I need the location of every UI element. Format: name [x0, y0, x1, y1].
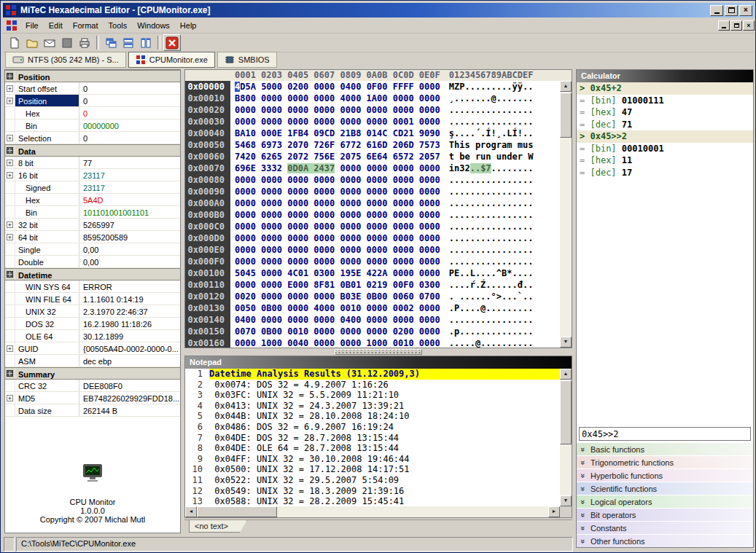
property-row-hex[interactable]: Hex0 — [5, 107, 180, 119]
hex-ascii[interactable]: ................ — [449, 244, 534, 256]
hex-row-0x00010[interactable]: 0x00010B800 0000 0000 0000 4000 1A00 000… — [185, 93, 572, 104]
hex-row-0x00050[interactable]: 0x000505468 6973 2070 726F 6772 616D 206… — [185, 139, 572, 151]
notepad-line-6[interactable]: 6 0x0486: DOS 32 = 6.9.2007 16:19:24 — [185, 422, 560, 433]
property-row-data-size[interactable]: Data size262144 B — [5, 404, 180, 417]
scroll-thumb[interactable] — [560, 93, 572, 138]
property-row-start-offset[interactable]: +Start offset0 — [5, 82, 180, 95]
property-row-16-bit[interactable]: +16 bit23117 — [5, 169, 180, 181]
property-row-double[interactable]: Double0,00 — [5, 256, 180, 268]
property-row-bin[interactable]: Bin101101001001101 — [5, 206, 180, 219]
menu-windows[interactable]: Windows — [132, 20, 175, 31]
hex-row-0x000B0[interactable]: 0x000B00000 0000 0000 0000 0000 0000 000… — [185, 209, 572, 221]
property-section-datetime[interactable]: Datetime — [5, 268, 180, 281]
property-section-position[interactable]: Position — [5, 70, 180, 82]
hex-bytes[interactable]: BA10 000E 1FB4 09CD 21B8 014C CD21 9090 — [230, 128, 440, 139]
expander-icon[interactable]: + — [5, 219, 15, 230]
hex-row-0x000F0[interactable]: 0x000F00000 0000 0000 0000 0000 0000 000… — [185, 256, 572, 267]
property-row-64-bit[interactable]: +64 bit8595200589 — [5, 231, 180, 243]
notepad-line-9[interactable]: 9 0x04FF: UNIX 32 = 30.10.2008 19:46:44 — [185, 454, 560, 465]
notepad-line-4[interactable]: 4 0x0413: UNIX 32 = 24.3.2007 13:39:21 — [185, 401, 560, 412]
tile-horizontal-button[interactable] — [120, 34, 137, 51]
menu-edit[interactable]: Edit — [44, 20, 68, 31]
hex-ascii[interactable]: ................ — [449, 104, 534, 116]
expander-icon[interactable]: + — [5, 231, 15, 243]
property-row-ole-64[interactable]: OLE 6430.12.1899 — [5, 330, 180, 342]
scroll-right-icon[interactable]: ► — [548, 506, 560, 517]
calc-category-basic-functions[interactable]: »Basic functions — [577, 442, 753, 455]
hex-ascii[interactable]: ................ — [449, 221, 534, 232]
notepad-line-5[interactable]: 5 0x044B: UNIX 32 = 28.10.2008 18:24:10 — [185, 411, 560, 422]
calc-result[interactable]: = [dec] 17 — [577, 167, 753, 179]
menu-format[interactable]: Format — [68, 20, 104, 31]
hex-ascii[interactable]: ................ — [449, 116, 534, 128]
calc-result[interactable]: = [hex] 47 — [577, 106, 753, 119]
hex-ascii[interactable]: ş....´.Í!¸.LÍ!.. — [449, 128, 534, 139]
hex-bytes[interactable]: 0000 0000 0000 0000 0000 0000 0001 0000 — [230, 116, 440, 128]
hex-bytes[interactable]: 5045 0000 4C01 0300 195E 422A 0000 0000 — [230, 267, 440, 279]
hex-bytes[interactable]: 0000 1000 0040 0000 0000 1000 0010 0000 — [230, 337, 440, 348]
hex-row-0x00020[interactable]: 0x000200000 0000 0000 0000 0000 0000 000… — [185, 104, 572, 116]
hex-row-0x000C0[interactable]: 0x000C00000 0000 0000 0000 0000 0000 000… — [185, 221, 572, 232]
scroll-down-icon[interactable]: ▼ — [560, 495, 572, 506]
notepad-hscrollbar[interactable]: ◄ ► — [185, 506, 560, 517]
hex-bytes[interactable]: 5468 6973 2070 726F 6772 616D 206D 7573 — [230, 139, 440, 151]
cascade-windows-button[interactable] — [102, 34, 120, 51]
hex-bytes[interactable]: 0400 0000 0000 0000 0400 0000 0000 0000 — [230, 314, 440, 326]
hex-row-0x000A0[interactable]: 0x000A00000 0000 0000 0000 0000 0000 000… — [185, 197, 572, 209]
hex-bytes[interactable]: 0000 0000 0000 0000 0000 0000 0000 0000 — [230, 244, 440, 256]
new-file-button[interactable] — [6, 34, 23, 51]
scroll-up-icon[interactable]: ▲ — [560, 369, 572, 380]
hex-row-0x00040[interactable]: 0x00040BA10 000E 1FB4 09CD 21B8 014C CD2… — [185, 128, 572, 139]
mdi-minimize-button[interactable] — [718, 20, 730, 31]
hex-ascii[interactable]: ....ŕ.Ź......đ.. — [449, 279, 534, 291]
scroll-left-icon[interactable]: ◄ — [185, 506, 197, 517]
hex-bytes[interactable]: 696E 3332 0D0A 2437 0000 0000 0000 0000 — [230, 162, 440, 174]
hex-row-0x00150[interactable]: 0x001500070 0B00 0010 0000 0000 0000 020… — [185, 326, 572, 337]
hex-row-0x00000[interactable]: 0x000004D5A 5000 0200 0000 0400 0F00 FFF… — [185, 81, 572, 93]
expander-icon[interactable]: + — [5, 132, 15, 144]
notepad-line-7[interactable]: 7 0x04DE: DOS 32 = 28.7.2008 13:15:44 — [185, 433, 560, 444]
hex-row-0x00160[interactable]: 0x001600000 1000 0040 0000 0000 1000 001… — [185, 337, 572, 348]
property-row-signed[interactable]: Signed23117 — [5, 181, 180, 194]
hex-bytes[interactable]: 4D5A 5000 0200 0000 0400 0F00 FFFF 0000 — [230, 81, 440, 93]
property-row-win-sys-64[interactable]: WIN SYS 64ERROR — [5, 281, 180, 293]
hex-row-0x00140[interactable]: 0x001400400 0000 0000 0000 0400 0000 000… — [185, 314, 572, 326]
open-file-button[interactable] — [23, 34, 41, 51]
hex-bytes[interactable]: 0000 0000 0000 0000 0000 0000 0000 0000 — [230, 104, 440, 116]
scroll-up-icon[interactable]: ▲ — [560, 81, 572, 92]
property-row-crc-32[interactable]: CRC 32DEE808F0 — [5, 380, 180, 392]
calc-category-bit-operators[interactable]: »Bit operators — [577, 508, 753, 521]
print-button[interactable] — [76, 34, 93, 51]
hex-row-0x00090[interactable]: 0x000900000 0000 0000 0000 0000 0000 000… — [185, 186, 572, 197]
hex-bytes[interactable]: 0050 0B00 0000 4000 0010 0000 0002 0000 — [230, 302, 440, 314]
tile-vertical-button[interactable] — [137, 34, 155, 51]
expander-icon[interactable]: + — [5, 82, 15, 94]
mdi-restore-button[interactable] — [730, 20, 742, 31]
calculator-input[interactable] — [579, 427, 751, 441]
expander-icon[interactable]: + — [5, 157, 15, 168]
hex-vscrollbar[interactable]: ▲ ▼ — [560, 81, 572, 348]
calc-result[interactable]: = [hex] 11 — [577, 154, 753, 167]
notepad-line-2[interactable]: 2 0x0074: DOS 32 = 4.9.2007 1:16:26 — [185, 380, 560, 391]
expander-icon[interactable]: + — [5, 95, 15, 106]
scroll-down-icon[interactable]: ▼ — [560, 337, 572, 348]
calc-query[interactable]: > 0x45+2 — [577, 82, 753, 95]
hex-ascii[interactable]: ................ — [449, 209, 534, 221]
hex-ascii[interactable]: MZP.........ÿÿ.. — [449, 81, 534, 93]
calc-category-other-functions[interactable]: »Other functions — [577, 534, 753, 547]
hex-ascii[interactable]: .p.............. — [449, 326, 534, 337]
calc-query[interactable]: > 0x45>>2 — [577, 130, 753, 143]
close-button[interactable]: × — [739, 5, 752, 16]
hex-row-0x00030[interactable]: 0x000300000 0000 0000 0000 0000 0000 000… — [185, 116, 572, 128]
property-row-md5[interactable]: +MD5EB748226029929FDD18... — [5, 392, 180, 404]
property-row-asm[interactable]: ASMdec ebp — [5, 355, 180, 367]
menu-tools[interactable]: Tools — [104, 20, 133, 31]
maximize-button[interactable] — [725, 5, 738, 16]
hex-bytes[interactable]: B800 0000 0000 0000 4000 1A00 0000 0000 — [230, 93, 440, 104]
property-row-32-bit[interactable]: +32 bit5265997 — [5, 219, 180, 231]
title-bar[interactable]: MiTeC Hexadecimal Editor - [CPUMonitor.e… — [3, 3, 755, 17]
hex-ascii[interactable]: PE..L....^B*.... — [449, 267, 534, 279]
hex-row-0x000D0[interactable]: 0x000D00000 0000 0000 0000 0000 0000 000… — [185, 232, 572, 244]
calc-category-logical-operators[interactable]: »Logical operators — [577, 495, 753, 508]
scroll-thumb[interactable] — [560, 380, 572, 444]
